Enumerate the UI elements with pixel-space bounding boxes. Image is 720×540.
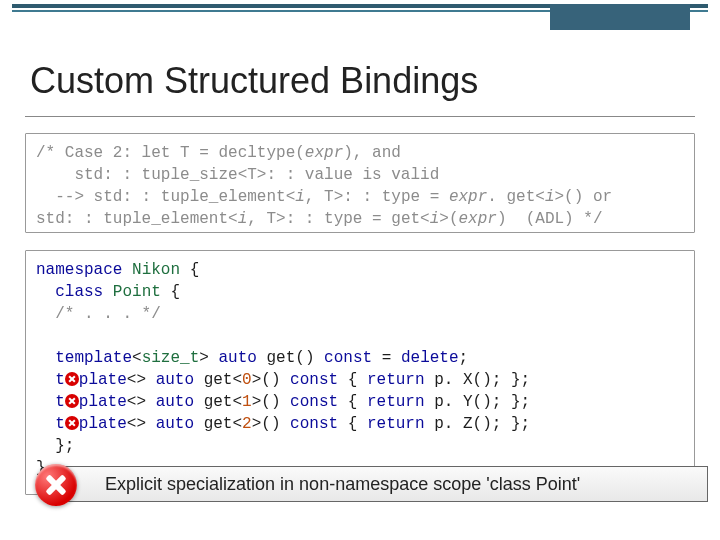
comment-text: ), and bbox=[343, 144, 401, 162]
comment-text: , T>: : type = bbox=[305, 188, 449, 206]
slide-title: Custom Structured Bindings bbox=[30, 60, 478, 102]
code-text: const bbox=[290, 393, 338, 411]
slide: Custom Structured Bindings /* Case 2: le… bbox=[0, 0, 720, 540]
code-text: const bbox=[290, 371, 338, 389]
code-text: 1 bbox=[242, 393, 252, 411]
code-text: get bbox=[204, 415, 233, 433]
comment-text: i bbox=[238, 210, 248, 228]
code-text: auto bbox=[156, 393, 194, 411]
comment-text: , T>: : type = get< bbox=[247, 210, 429, 228]
error-marker-icon bbox=[65, 372, 79, 386]
code-text: <> bbox=[127, 393, 146, 411]
code-text: template bbox=[55, 349, 132, 367]
code-text: auto bbox=[156, 415, 194, 433]
code-text: p. Y(); bbox=[434, 393, 501, 411]
code-text: const bbox=[324, 349, 372, 367]
code-text: > bbox=[199, 349, 209, 367]
error-message: Explicit specialization in non-namespace… bbox=[105, 474, 580, 495]
code-text: = bbox=[382, 349, 392, 367]
code-text: <> bbox=[127, 371, 146, 389]
comment-text: std: : tuple_size<T>: : value is valid bbox=[36, 166, 439, 184]
comment-text: std: : tuple_element< bbox=[36, 210, 238, 228]
code-text: get bbox=[204, 393, 233, 411]
comment-block: /* Case 2: let T = decltype(expr), and s… bbox=[25, 133, 695, 233]
title-underline bbox=[25, 116, 695, 117]
code-text: get bbox=[204, 371, 233, 389]
comment-text: >( bbox=[439, 210, 458, 228]
code-text: delete bbox=[401, 349, 459, 367]
code-text: < bbox=[232, 371, 242, 389]
code-text: }; bbox=[55, 437, 74, 455]
code-text: size_t bbox=[142, 349, 200, 367]
comment-text: expr bbox=[305, 144, 343, 162]
error-marker-icon bbox=[65, 394, 79, 408]
code-text: p. X(); bbox=[434, 371, 501, 389]
comment-text: /* Case 2: let T = decltype( bbox=[36, 144, 305, 162]
code-text: /* . . . */ bbox=[55, 305, 161, 323]
error-marker-icon bbox=[65, 416, 79, 430]
code-text: Point bbox=[113, 283, 161, 301]
code-text: > bbox=[252, 371, 262, 389]
slide-decoration bbox=[0, 0, 720, 30]
comment-text: i bbox=[545, 188, 555, 206]
code-text: < bbox=[232, 415, 242, 433]
code-text: get bbox=[266, 349, 295, 367]
comment-text: --> std: : tuple_element< bbox=[36, 188, 295, 206]
error-tooltip: Explicit specialization in non-namespace… bbox=[60, 466, 708, 502]
code-text: class bbox=[55, 283, 103, 301]
code-text: 0 bbox=[242, 371, 252, 389]
comment-text: >() or bbox=[555, 188, 613, 206]
code-text: return bbox=[367, 415, 425, 433]
code-text: > bbox=[252, 393, 262, 411]
code-text: > bbox=[252, 415, 262, 433]
code-text: 2 bbox=[242, 415, 252, 433]
code-text: p. Z(); bbox=[434, 415, 501, 433]
code-block: namespace Nikon { class Point { /* . . .… bbox=[25, 250, 695, 495]
code-text: ; bbox=[459, 349, 469, 367]
code-text: return bbox=[367, 371, 425, 389]
code-text: <> bbox=[127, 415, 146, 433]
code-text: auto bbox=[218, 349, 256, 367]
error-icon bbox=[35, 464, 77, 506]
comment-text: expr bbox=[459, 210, 497, 228]
comment-text: . get< bbox=[487, 188, 545, 206]
code-text: namespace bbox=[36, 261, 122, 279]
comment-text: i bbox=[430, 210, 440, 228]
code-text: Nikon bbox=[132, 261, 180, 279]
code-text: { bbox=[170, 283, 180, 301]
code-text: auto bbox=[156, 371, 194, 389]
comment-text: i bbox=[295, 188, 305, 206]
comment-text: ) (ADL) */ bbox=[497, 210, 603, 228]
comment-text: expr bbox=[449, 188, 487, 206]
code-text: return bbox=[367, 393, 425, 411]
code-text: < bbox=[132, 349, 142, 367]
code-text: const bbox=[290, 415, 338, 433]
code-text: < bbox=[232, 393, 242, 411]
code-text: { bbox=[190, 261, 200, 279]
